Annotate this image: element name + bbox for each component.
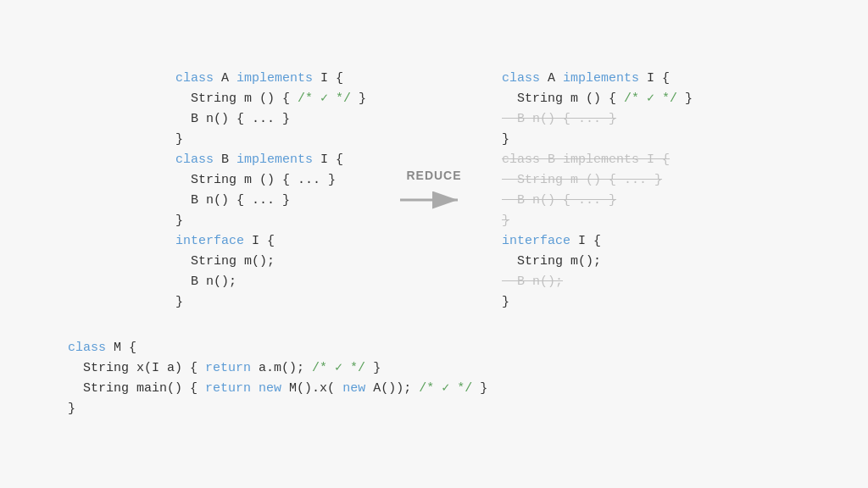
code-text-strikethrough: }	[502, 214, 509, 228]
code-line: String m () { /* ✓ */ }	[502, 89, 693, 109]
right-code-block: class A implements I { String m () { /* …	[502, 69, 693, 313]
arrow-section: REDUCE	[383, 169, 485, 213]
code-line: String m () { /* ✓ */ }	[175, 89, 366, 109]
code-text: B n() { ... }	[175, 112, 290, 126]
keyword: implements	[236, 71, 313, 86]
code-text: }	[359, 92, 366, 106]
code-text: }	[175, 214, 183, 228]
code-text: String m () {	[175, 92, 298, 106]
code-line: }	[68, 399, 487, 419]
code-text: I {	[320, 152, 343, 167]
code-comment: /* ✓ */	[298, 92, 351, 106]
arrow-label: REDUCE	[406, 169, 461, 182]
keyword: new	[342, 381, 365, 396]
left-code-block: class A implements I { String m () { /* …	[175, 69, 366, 313]
code-line: B n();	[175, 272, 366, 292]
code-line: B n() { ... }	[502, 109, 693, 130]
code-text: String m () {	[502, 92, 624, 106]
code-text: String x(I a) {	[68, 361, 205, 375]
code-line: String m () { ... }	[502, 170, 693, 191]
code-text: }	[480, 381, 487, 396]
code-text: A	[548, 71, 563, 86]
code-text-strikethrough: class B implements I {	[502, 152, 670, 167]
keyword: class	[502, 71, 540, 86]
code-line: String x(I a) { return a.m(); /* ✓ */ }	[68, 358, 487, 379]
code-line: B n() { ... }	[175, 109, 366, 130]
keyword: class	[175, 152, 214, 167]
code-text: B n();	[175, 274, 236, 289]
code-text: M {	[114, 341, 136, 355]
code-line: }	[175, 130, 366, 150]
code-text: B	[221, 152, 236, 167]
code-comment: /* ✓ */	[624, 92, 677, 106]
code-line: String m();	[502, 252, 693, 272]
code-text: A	[221, 71, 236, 86]
code-text: }	[502, 295, 509, 309]
code-text-strikethrough: B n() { ... }	[502, 112, 616, 126]
code-text: M().x(	[289, 381, 335, 396]
code-text: a.m();	[259, 361, 312, 375]
keyword: return	[205, 381, 251, 396]
code-line: }	[175, 211, 366, 231]
bottom-section: class M { String x(I a) { return a.m(); …	[34, 338, 834, 419]
keyword: implements	[563, 71, 639, 86]
code-line: }	[502, 292, 693, 313]
main-content: class A implements I { String m () { /* …	[0, 0, 868, 488]
code-text-strikethrough: B n();	[502, 274, 563, 289]
keyword: class	[175, 71, 214, 86]
code-text: String main() {	[68, 381, 205, 396]
code-line: class B implements I {	[502, 150, 693, 170]
code-text: I {	[320, 71, 343, 86]
code-line: interface I {	[175, 231, 366, 252]
code-line: interface I {	[502, 231, 693, 252]
keyword: implements	[236, 152, 313, 167]
code-line: class B implements I {	[175, 150, 366, 170]
top-section: class A implements I { String m () { /* …	[34, 69, 834, 313]
keyword: interface	[502, 234, 570, 248]
code-line: class A implements I {	[502, 69, 693, 89]
keyword: interface	[175, 234, 244, 248]
code-line: String m () { ... }	[175, 170, 366, 191]
code-text: A());	[373, 381, 419, 396]
code-text: }	[175, 132, 183, 147]
code-comment: /* ✓ */	[419, 381, 472, 396]
code-line: String m();	[175, 252, 366, 272]
code-line: B n() { ... }	[502, 191, 693, 211]
code-text: }	[502, 132, 509, 147]
code-text: I {	[252, 234, 275, 248]
code-line: B n() { ... }	[175, 191, 366, 211]
code-text: I {	[578, 234, 601, 248]
code-text: String m () { ... }	[175, 173, 336, 187]
code-text: }	[175, 295, 183, 309]
code-line: }	[502, 130, 693, 150]
code-line: String main() { return new M().x( new A(…	[68, 379, 487, 399]
code-line: }	[175, 292, 366, 313]
code-text: }	[68, 402, 75, 416]
keyword: new	[259, 381, 281, 396]
code-text-strikethrough: B n() { ... }	[502, 193, 616, 208]
code-comment: /* ✓ */	[312, 361, 365, 375]
code-line: B n();	[502, 272, 693, 292]
code-text-strikethrough: String m () { ... }	[502, 173, 662, 187]
code-line: class A implements I {	[175, 69, 366, 89]
arrow-icon	[400, 187, 468, 213]
code-text: I {	[647, 71, 670, 86]
code-line: class M {	[68, 338, 487, 358]
bottom-code-block: class M { String x(I a) { return a.m(); …	[68, 338, 487, 419]
code-text: }	[685, 92, 693, 106]
keyword: return	[205, 361, 251, 375]
keyword: class	[68, 341, 106, 355]
code-line: }	[502, 211, 693, 231]
code-text: String m();	[175, 254, 275, 269]
code-text: String m();	[502, 254, 601, 269]
code-text: B n() { ... }	[175, 193, 290, 208]
code-text: }	[373, 361, 381, 375]
